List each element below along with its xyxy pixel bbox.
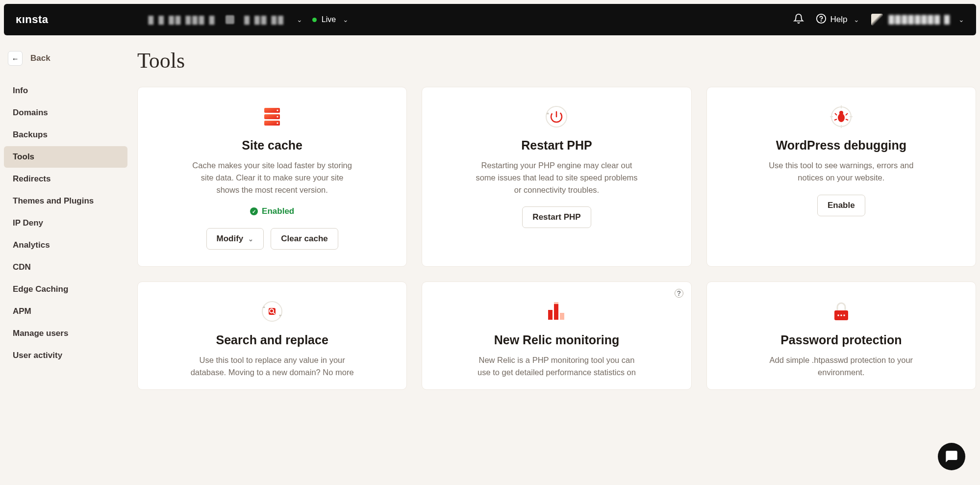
modify-label: Modify [217,234,244,244]
card-description: Restarting your PHP engine may clear out… [473,159,640,196]
svg-point-3 [277,109,278,111]
svg-line-18 [835,113,837,115]
card-search-replace: Search and replace Use this tool to repl… [137,281,407,390]
sidebar-item-backups[interactable]: Backups [4,124,127,146]
help-tooltip-icon[interactable]: ? [675,289,683,298]
svg-point-32 [840,314,842,316]
card-new-relic: ? New Relic monitoring New Relic is a PH… [422,281,691,390]
status-badge: ✓ Enabled [250,206,294,216]
chevron-down-icon: ⌄ [958,16,964,24]
sidebar-item-tools[interactable]: Tools [4,146,127,168]
svg-rect-29 [554,302,558,304]
sidebar-item-analytics[interactable]: Analytics [4,234,127,256]
card-title: Search and replace [216,333,328,347]
server-stack-icon [260,105,284,128]
chevron-down-icon: ⌄ [854,16,859,24]
chat-bubble-button[interactable] [938,443,965,470]
sidebar-item-edge-caching[interactable]: Edge Caching [4,279,127,300]
chevron-down-icon[interactable]: ⌄ [297,16,302,24]
card-description: Use this tool to see warnings, errors an… [758,159,925,184]
search-refresh-icon [260,300,284,323]
svg-rect-28 [560,313,564,320]
bell-icon[interactable] [793,13,804,26]
sidebar-item-themes-plugins[interactable]: Themes and Plugins [4,190,127,212]
page-title: Tools [137,48,976,73]
svg-point-1 [821,21,821,21]
chevron-down-icon: ⌄ [343,16,349,24]
modify-button[interactable]: Modify ⌄ [206,228,264,250]
card-actions: Modify ⌄ Clear cache [206,228,338,250]
main-content: Tools Site cache Cache makes your site l… [137,48,976,390]
card-title: Password protection [780,333,902,347]
sidebar-item-info[interactable]: Info [4,80,127,102]
svg-line-21 [846,119,848,120]
card-description: Use this tool to replace any value in yo… [189,354,355,379]
breadcrumb-blurred: █ █ ██ ███ █ [149,16,216,24]
topbar-middle: █ █ ██ ███ █ █ ██ ██ ⌄ Live ⌄ [149,15,349,24]
help-icon [816,13,827,26]
help-menu[interactable]: Help ⌄ [816,13,859,26]
sidebar-item-apm[interactable]: APM [4,301,127,322]
sidebar-item-user-activity[interactable]: User activity [4,345,127,366]
svg-point-7 [277,122,278,124]
card-description: New Relic is a PHP monitoring tool you c… [473,354,640,379]
card-description: Add simple .htpasswd protection to your … [758,354,925,379]
card-wp-debugging: WordPress debugging Use this tool to see… [706,87,976,267]
restart-php-label: Restart PHP [532,212,580,222]
logo[interactable]: ĸınsta [16,13,49,26]
card-password-protection: Password protection Add simple .htpasswd… [706,281,976,390]
card-description: Cache makes your site load faster by sto… [189,159,355,196]
sidebar-item-redirects[interactable]: Redirects [4,168,127,190]
svg-rect-27 [554,304,558,320]
user-menu[interactable]: ████████ █ ⌄ [871,14,964,26]
sidebar-item-manage-users[interactable]: Manage users [4,323,127,344]
check-circle-icon: ✓ [250,207,258,215]
environment-label: Live [322,15,336,24]
environment-selector[interactable]: Live ⌄ [312,15,349,24]
svg-line-19 [846,113,848,115]
environment-name-blurred: █ ██ ██ [244,16,284,24]
bar-chart-icon [545,300,568,323]
chat-icon [945,450,958,463]
back-label[interactable]: Back [30,53,50,63]
help-label: Help [830,15,848,25]
card-title: Site cache [242,138,302,153]
status-label: Enabled [262,206,294,216]
sidebar-item-domains[interactable]: Domains [4,102,127,124]
site-icon-blurred [226,15,234,24]
bug-target-icon [829,105,853,128]
tool-cards-grid: Site cache Cache makes your site load fa… [137,87,976,390]
enable-label: Enable [828,201,855,210]
restart-php-button[interactable]: Restart PHP [522,206,591,228]
svg-point-33 [843,314,845,316]
chevron-down-icon: ⌄ [248,235,253,243]
clear-cache-button[interactable]: Clear cache [271,228,338,250]
svg-line-20 [834,119,837,120]
sidebar-item-ip-deny[interactable]: IP Deny [4,212,127,234]
sidebar-item-cdn[interactable]: CDN [4,256,127,278]
avatar [871,14,883,26]
svg-point-17 [839,111,843,115]
nav-list: Info Domains Backups Tools Redirects The… [4,80,127,366]
arrow-left-icon: ← [12,54,19,63]
sidebar: ← Back Info Domains Backups Tools Redire… [4,48,127,390]
card-site-cache: Site cache Cache makes your site load fa… [137,87,407,267]
topbar-right: Help ⌄ ████████ █ ⌄ [793,13,964,26]
username-blurred: ████████ █ [889,15,951,24]
clear-cache-label: Clear cache [281,234,327,244]
svg-rect-26 [548,310,553,320]
svg-point-5 [277,116,278,117]
card-title: WordPress debugging [776,138,906,153]
card-title: New Relic monitoring [494,333,620,347]
power-restart-icon [545,105,568,128]
topbar: ĸınsta █ █ ██ ███ █ █ ██ ██ ⌄ Live ⌄ Hel… [4,4,976,35]
lock-icon [829,300,853,323]
card-title: Restart PHP [521,138,592,153]
back-row: ← Back [4,48,127,79]
enable-debug-button[interactable]: Enable [817,195,865,216]
live-status-dot [312,18,317,22]
svg-point-31 [837,314,839,316]
card-restart-php: Restart PHP Restarting your PHP engine m… [422,87,691,267]
back-button[interactable]: ← [8,51,23,66]
